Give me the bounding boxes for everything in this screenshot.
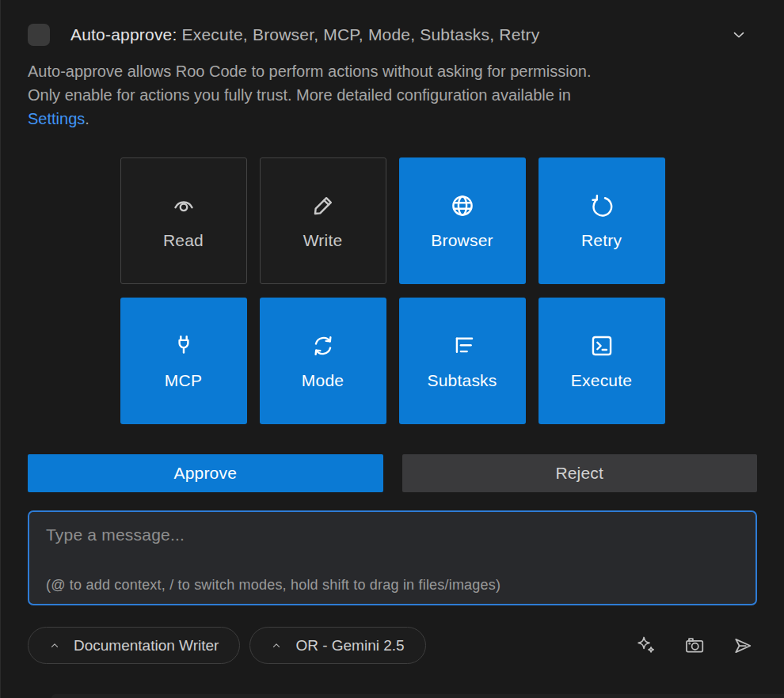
message-input-placeholder: Type a message...: [46, 525, 739, 544]
enhance-prompt-sparkle-icon[interactable]: [635, 635, 657, 657]
action-buttons-row: Approve Reject: [28, 454, 757, 492]
toggle-label: Write: [303, 231, 343, 250]
list-tree-icon: [449, 332, 476, 359]
toggle-label: Browser: [431, 231, 493, 250]
toggle-label: Mode: [302, 371, 344, 390]
model-selector[interactable]: OR - Gemini 2.5: [249, 627, 425, 664]
toggle-retry[interactable]: Retry: [539, 157, 665, 284]
sync-icon: [310, 332, 337, 359]
toggle-mcp[interactable]: MCP: [120, 298, 247, 424]
approve-button[interactable]: Approve: [28, 454, 383, 492]
toggle-read[interactable]: Read: [120, 157, 247, 284]
composer-footer-icons: [635, 635, 757, 657]
chevron-up-icon: [49, 640, 60, 651]
screenshot-camera-icon[interactable]: [683, 635, 706, 657]
toggle-label: MCP: [165, 371, 202, 390]
collapse-chevron-down-icon[interactable]: [730, 26, 748, 44]
composer-footer: Documentation Writer OR - Gemini 2.5: [28, 627, 757, 664]
toggle-execute[interactable]: Execute: [539, 298, 665, 424]
globe-icon: [449, 192, 476, 219]
auto-approve-panel: Auto-approve: Execute, Browser, MCP, Mod…: [1, 0, 784, 664]
mode-selector[interactable]: Documentation Writer: [28, 627, 240, 664]
send-message-icon[interactable]: [732, 635, 754, 657]
model-selector-label: OR - Gemini 2.5: [295, 637, 404, 654]
description-line-1: Auto-approve allows Roo Code to perform …: [28, 59, 757, 83]
toggle-label: Execute: [571, 371, 632, 390]
toggle-mode[interactable]: Mode: [260, 298, 386, 424]
auto-approve-checkbox[interactable]: [28, 24, 50, 46]
settings-link-suffix: .: [85, 110, 89, 127]
plug-icon: [170, 332, 197, 359]
eye-icon: [170, 192, 197, 219]
refresh-icon: [588, 192, 615, 219]
pencil-icon: [310, 192, 337, 219]
toggle-label: Subtasks: [428, 371, 497, 390]
auto-approve-header: Auto-approve: Execute, Browser, MCP, Mod…: [28, 0, 757, 46]
auto-approve-label: Auto-approve:: [70, 25, 177, 44]
chevron-up-icon: [271, 640, 282, 651]
message-input[interactable]: Type a message... (@ to add context, / t…: [28, 510, 757, 605]
auto-approve-title-row[interactable]: Auto-approve: Execute, Browser, MCP, Mod…: [70, 25, 540, 44]
reject-button[interactable]: Reject: [402, 454, 758, 492]
toggle-label: Read: [163, 231, 204, 250]
auto-approve-description: Auto-approve allows Roo Code to perform …: [28, 59, 757, 131]
toggle-label: Retry: [581, 231, 622, 250]
message-input-hint: (@ to add context, / to switch modes, ho…: [46, 577, 500, 594]
toggle-subtasks[interactable]: Subtasks: [399, 298, 526, 424]
auto-approve-summary: Execute, Browser, MCP, Mode, Subtasks, R…: [182, 25, 540, 44]
description-line-2: Only enable for actions you fully trust.…: [28, 83, 757, 107]
terminal-icon: [588, 332, 615, 359]
settings-link[interactable]: Settings: [28, 110, 85, 127]
auto-approve-toggle-grid: Read Write Browser Retry MCP: [120, 157, 665, 424]
mode-selector-label: Documentation Writer: [74, 637, 219, 654]
bottom-panel-divider: [51, 694, 784, 698]
toggle-browser[interactable]: Browser: [399, 157, 526, 284]
toggle-write[interactable]: Write: [260, 157, 386, 284]
